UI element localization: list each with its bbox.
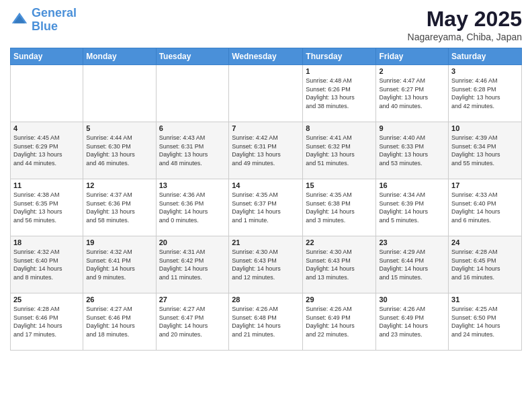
day-info: Sunrise: 4:32 AM Sunset: 6:40 PM Dayligh… <box>13 248 80 281</box>
day-info: Sunrise: 4:28 AM Sunset: 6:46 PM Dayligh… <box>13 305 80 338</box>
table-row: 26Sunrise: 4:27 AM Sunset: 6:46 PM Dayli… <box>83 293 156 351</box>
day-info: Sunrise: 4:25 AM Sunset: 6:50 PM Dayligh… <box>451 305 519 338</box>
logo-icon <box>10 11 29 30</box>
day-number: 3 <box>451 67 519 75</box>
day-info: Sunrise: 4:35 AM Sunset: 6:37 PM Dayligh… <box>232 191 300 224</box>
table-row: 15Sunrise: 4:35 AM Sunset: 6:38 PM Dayli… <box>303 179 376 236</box>
table-row: 25Sunrise: 4:28 AM Sunset: 6:46 PM Dayli… <box>11 293 83 351</box>
table-row: 16Sunrise: 4:34 AM Sunset: 6:39 PM Dayli… <box>376 179 449 236</box>
table-row: 1Sunrise: 4:48 AM Sunset: 6:26 PM Daylig… <box>303 65 376 122</box>
table-row: 17Sunrise: 4:33 AM Sunset: 6:40 PM Dayli… <box>449 179 522 236</box>
table-row: 5Sunrise: 4:44 AM Sunset: 6:30 PM Daylig… <box>83 122 156 179</box>
day-info: Sunrise: 4:35 AM Sunset: 6:38 PM Dayligh… <box>306 191 373 224</box>
day-number: 17 <box>451 181 519 189</box>
day-info: Sunrise: 4:29 AM Sunset: 6:44 PM Dayligh… <box>379 248 445 281</box>
calendar-week-row: 18Sunrise: 4:32 AM Sunset: 6:40 PM Dayli… <box>11 236 522 293</box>
table-row: 13Sunrise: 4:36 AM Sunset: 6:36 PM Dayli… <box>156 179 229 236</box>
day-number: 7 <box>232 124 300 132</box>
day-info: Sunrise: 4:46 AM Sunset: 6:28 PM Dayligh… <box>451 77 519 110</box>
logo-line2: Blue <box>32 19 58 33</box>
day-info: Sunrise: 4:48 AM Sunset: 6:26 PM Dayligh… <box>306 77 373 110</box>
table-row: 9Sunrise: 4:40 AM Sunset: 6:33 PM Daylig… <box>376 122 449 179</box>
day-info: Sunrise: 4:42 AM Sunset: 6:31 PM Dayligh… <box>232 134 300 167</box>
day-info: Sunrise: 4:34 AM Sunset: 6:39 PM Dayligh… <box>379 191 445 224</box>
table-row <box>11 65 83 122</box>
table-row <box>229 65 303 122</box>
day-number: 1 <box>306 67 373 75</box>
col-thursday: Thursday <box>303 48 376 65</box>
page: General Blue May 2025 Nagareyama, Chiba,… <box>0 0 532 411</box>
day-number: 14 <box>232 181 300 189</box>
subtitle: Nagareyama, Chiba, Japan <box>408 32 522 42</box>
day-info: Sunrise: 4:27 AM Sunset: 6:47 PM Dayligh… <box>159 305 226 338</box>
day-info: Sunrise: 4:27 AM Sunset: 6:46 PM Dayligh… <box>86 305 152 338</box>
table-row: 31Sunrise: 4:25 AM Sunset: 6:50 PM Dayli… <box>449 293 522 351</box>
col-saturday: Saturday <box>449 48 522 65</box>
table-row: 30Sunrise: 4:26 AM Sunset: 6:49 PM Dayli… <box>376 293 449 351</box>
table-row: 27Sunrise: 4:27 AM Sunset: 6:47 PM Dayli… <box>156 293 229 351</box>
day-number: 22 <box>306 238 373 246</box>
day-number: 16 <box>379 181 445 189</box>
calendar-week-row: 25Sunrise: 4:28 AM Sunset: 6:46 PM Dayli… <box>11 293 522 351</box>
table-row: 28Sunrise: 4:26 AM Sunset: 6:48 PM Dayli… <box>229 293 303 351</box>
day-number: 29 <box>306 295 373 304</box>
day-number: 18 <box>13 238 80 246</box>
day-info: Sunrise: 4:31 AM Sunset: 6:42 PM Dayligh… <box>159 248 226 281</box>
table-row: 29Sunrise: 4:26 AM Sunset: 6:49 PM Dayli… <box>303 293 376 351</box>
table-row <box>156 65 229 122</box>
calendar-header-row: Sunday Monday Tuesday Wednesday Thursday… <box>11 48 522 65</box>
header: General Blue May 2025 Nagareyama, Chiba,… <box>10 7 522 42</box>
day-number: 4 <box>13 124 80 132</box>
day-info: Sunrise: 4:43 AM Sunset: 6:31 PM Dayligh… <box>159 134 226 167</box>
table-row: 14Sunrise: 4:35 AM Sunset: 6:37 PM Dayli… <box>229 179 303 236</box>
day-number: 24 <box>451 238 519 246</box>
calendar-week-row: 1Sunrise: 4:48 AM Sunset: 6:26 PM Daylig… <box>11 65 522 122</box>
day-number: 11 <box>13 181 80 189</box>
day-info: Sunrise: 4:44 AM Sunset: 6:30 PM Dayligh… <box>86 134 152 167</box>
day-info: Sunrise: 4:36 AM Sunset: 6:36 PM Dayligh… <box>159 191 226 224</box>
day-number: 30 <box>379 295 445 304</box>
day-info: Sunrise: 4:41 AM Sunset: 6:32 PM Dayligh… <box>306 134 373 167</box>
table-row: 3Sunrise: 4:46 AM Sunset: 6:28 PM Daylig… <box>449 65 522 122</box>
table-row: 23Sunrise: 4:29 AM Sunset: 6:44 PM Dayli… <box>376 236 449 293</box>
day-info: Sunrise: 4:33 AM Sunset: 6:40 PM Dayligh… <box>451 191 519 224</box>
calendar: Sunday Monday Tuesday Wednesday Thursday… <box>10 48 522 351</box>
table-row: 21Sunrise: 4:30 AM Sunset: 6:43 PM Dayli… <box>229 236 303 293</box>
col-tuesday: Tuesday <box>156 48 229 65</box>
day-number: 19 <box>86 238 152 246</box>
day-number: 15 <box>306 181 373 189</box>
day-info: Sunrise: 4:39 AM Sunset: 6:34 PM Dayligh… <box>451 134 519 167</box>
day-info: Sunrise: 4:28 AM Sunset: 6:45 PM Dayligh… <box>451 248 519 281</box>
day-number: 12 <box>86 181 152 189</box>
calendar-week-row: 11Sunrise: 4:38 AM Sunset: 6:35 PM Dayli… <box>11 179 522 236</box>
day-info: Sunrise: 4:37 AM Sunset: 6:36 PM Dayligh… <box>86 191 152 224</box>
table-row: 4Sunrise: 4:45 AM Sunset: 6:29 PM Daylig… <box>11 122 83 179</box>
table-row: 10Sunrise: 4:39 AM Sunset: 6:34 PM Dayli… <box>449 122 522 179</box>
day-info: Sunrise: 4:30 AM Sunset: 6:43 PM Dayligh… <box>232 248 300 281</box>
day-info: Sunrise: 4:26 AM Sunset: 6:49 PM Dayligh… <box>379 305 445 338</box>
day-number: 28 <box>232 295 300 304</box>
day-info: Sunrise: 4:38 AM Sunset: 6:35 PM Dayligh… <box>13 191 80 224</box>
logo-text: General Blue <box>32 7 77 34</box>
day-number: 26 <box>86 295 152 304</box>
logo-line1: General <box>32 6 77 19</box>
day-number: 31 <box>451 295 519 304</box>
day-number: 2 <box>379 67 445 75</box>
main-title: May 2025 <box>408 7 522 32</box>
day-number: 23 <box>379 238 445 246</box>
col-wednesday: Wednesday <box>229 48 303 65</box>
day-info: Sunrise: 4:30 AM Sunset: 6:43 PM Dayligh… <box>306 248 373 281</box>
table-row: 19Sunrise: 4:32 AM Sunset: 6:41 PM Dayli… <box>83 236 156 293</box>
day-info: Sunrise: 4:40 AM Sunset: 6:33 PM Dayligh… <box>379 134 445 167</box>
table-row: 7Sunrise: 4:42 AM Sunset: 6:31 PM Daylig… <box>229 122 303 179</box>
day-info: Sunrise: 4:45 AM Sunset: 6:29 PM Dayligh… <box>13 134 80 167</box>
day-info: Sunrise: 4:26 AM Sunset: 6:49 PM Dayligh… <box>306 305 373 338</box>
day-number: 5 <box>86 124 152 132</box>
title-block: May 2025 Nagareyama, Chiba, Japan <box>408 7 522 42</box>
day-number: 10 <box>451 124 519 132</box>
table-row: 22Sunrise: 4:30 AM Sunset: 6:43 PM Dayli… <box>303 236 376 293</box>
day-info: Sunrise: 4:32 AM Sunset: 6:41 PM Dayligh… <box>86 248 152 281</box>
day-number: 6 <box>159 124 226 132</box>
day-number: 27 <box>159 295 226 304</box>
calendar-week-row: 4Sunrise: 4:45 AM Sunset: 6:29 PM Daylig… <box>11 122 522 179</box>
